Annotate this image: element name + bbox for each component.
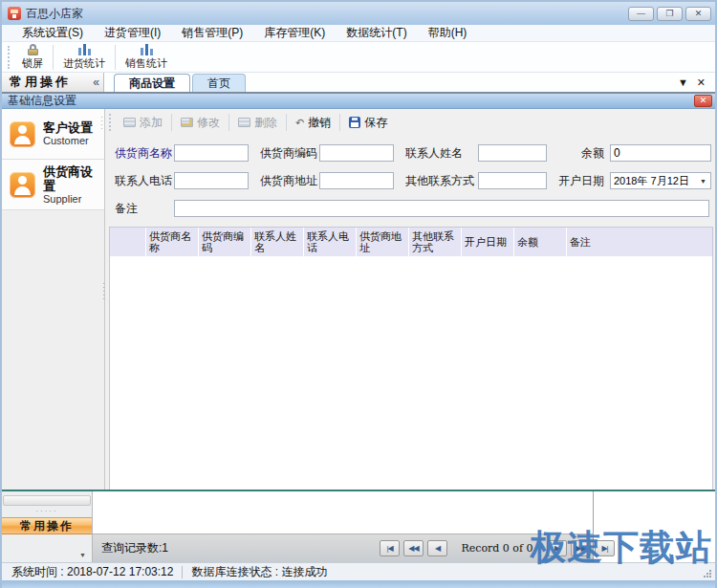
menu-inventory[interactable]: 库存管理(K): [253, 25, 336, 41]
menu-purchase[interactable]: 进货管理(I): [94, 25, 171, 41]
table-header-supplier-code[interactable]: 供货商编码: [199, 228, 251, 256]
menu-sales[interactable]: 销售管理(P): [171, 25, 253, 41]
supplier-address-label: 供货商地址: [260, 173, 319, 189]
nav-prev-page-button[interactable]: ◀◀: [403, 540, 424, 556]
menu-bar: 系统设置(S) 进货管理(I) 销售管理(P) 库存管理(K) 数据统计(T) …: [2, 25, 715, 42]
modify-button[interactable]: 修改: [175, 113, 226, 133]
common-operations-panel-button[interactable]: 常用操作: [2, 517, 92, 534]
panel-header: 基础信息设置 ✕: [2, 94, 715, 109]
sales-stats-button[interactable]: 销售统计: [119, 42, 174, 72]
nav-first-button[interactable]: |◀: [380, 540, 400, 556]
panel-title: 基础信息设置: [8, 94, 76, 108]
table-header-contact-phone[interactable]: 联系人电话: [304, 228, 357, 256]
table-header-other-contact[interactable]: 其他联系方式: [409, 228, 462, 256]
common-operations-header: 常用操作 «: [2, 73, 104, 92]
content-area: 添加 修改 删除 ↶ 撤销: [105, 109, 717, 490]
balance-input[interactable]: [610, 144, 711, 162]
tab-home[interactable]: 首页: [192, 74, 246, 92]
remark-input[interactable]: [174, 200, 709, 217]
open-date-picker[interactable]: 2018年 7月12日 ▼: [610, 172, 711, 189]
toolbar-grip[interactable]: [8, 46, 11, 69]
nav-last-button[interactable]: ▶|: [595, 540, 615, 556]
undo-button[interactable]: ↶ 撤销: [290, 113, 337, 133]
supplier-icon: [10, 172, 35, 198]
delete-button[interactable]: 删除: [232, 113, 283, 133]
contact-phone-input[interactable]: [174, 172, 249, 189]
system-time-status: 系统时间 : 2018-07-12 17:03:12: [11, 564, 173, 580]
tab-list-dropdown-icon[interactable]: ▼: [678, 76, 688, 88]
panel-splitter-bar[interactable]: [3, 495, 91, 506]
sidebar-item-supplier[interactable]: 供货商设置 Supplier: [2, 160, 104, 210]
supplier-code-label: 供货商编码: [260, 145, 319, 162]
main-toolbar: 锁屏 进货统计 销售统计: [2, 42, 715, 73]
other-contact-input[interactable]: [478, 172, 547, 189]
menu-statistics[interactable]: 数据统计(T): [336, 25, 417, 41]
table-header-open-date[interactable]: 开户日期: [462, 228, 514, 256]
table-header-indicator[interactable]: [110, 228, 146, 256]
supplier-name-input[interactable]: [174, 144, 249, 162]
supplier-address-input[interactable]: [319, 172, 394, 189]
table-header-supplier-name[interactable]: 供货商名称: [146, 228, 199, 256]
window-title: 百思小店家: [26, 6, 83, 22]
tab-close-icon[interactable]: ✕: [697, 76, 706, 89]
save-icon: [349, 117, 360, 128]
main-area: ···· 客户设置 Customer 供货商设置 Supplier ·····: [2, 109, 715, 490]
nav-prev-button[interactable]: ◀: [427, 540, 447, 556]
sidebar-item-customer[interactable]: 客户设置 Customer: [2, 109, 104, 160]
lock-screen-button[interactable]: 锁屏: [15, 43, 50, 72]
splitter-handle[interactable]: ·····: [102, 281, 105, 300]
edit-toolbar-grip[interactable]: [109, 114, 112, 131]
add-icon: [123, 118, 136, 127]
panel-close-button[interactable]: ✕: [694, 95, 712, 107]
panel-grip-dots[interactable]: ·····: [2, 508, 92, 515]
undo-icon: ↶: [295, 118, 304, 127]
table-header-supplier-address[interactable]: 供货商地址: [357, 228, 409, 256]
collapse-sidebar-button[interactable]: «: [93, 74, 99, 91]
status-bar: 系统时间 : 2018-07-12 17:03:12 数据库连接状态 : 连接成…: [2, 562, 715, 580]
tab-product-settings[interactable]: 商品设置: [114, 74, 190, 92]
resize-grip[interactable]: [703, 569, 711, 577]
supplier-code-input[interactable]: [319, 144, 394, 162]
table-header-remark[interactable]: 备注: [567, 228, 712, 256]
remark-label: 备注: [115, 201, 174, 217]
toolbar-separator: [115, 45, 116, 70]
lock-icon: [28, 44, 38, 55]
panel-dropdown-icon[interactable]: ▼: [79, 552, 92, 562]
menu-help[interactable]: 帮助(H): [418, 25, 478, 41]
sidebar: ···· 客户设置 Customer 供货商设置 Supplier ·····: [2, 109, 105, 490]
sidebar-empty-area: [2, 210, 104, 490]
supplier-name-label: 供货商名称: [115, 145, 174, 162]
record-navigation-bar: 查询记录数:1 |◀ ◀◀ ◀ Record 0 of 0 ▶ ▶▶ ▶|: [93, 534, 593, 562]
purchase-stats-button[interactable]: 进货统计: [56, 42, 112, 72]
bottom-left-panel: ····· 常用操作 ▼: [2, 491, 93, 562]
table-body-empty[interactable]: [110, 256, 712, 490]
minimize-button[interactable]: —: [628, 7, 654, 21]
bottom-center-panel: 查询记录数:1 |◀ ◀◀ ◀ Record 0 of 0 ▶ ▶▶ ▶|: [93, 491, 593, 562]
table-header-balance[interactable]: 余额: [514, 228, 567, 256]
supplier-table: 供货商名称 供货商编码 联系人姓名 联系人电话 供货商地址 其他联系方式 开户日…: [109, 227, 713, 490]
common-operations-title: 常用操作: [10, 74, 71, 91]
window-bottom-border: [2, 580, 715, 588]
record-status-label: Record 0 of 0: [451, 542, 543, 555]
open-date-label: 开户日期: [554, 173, 610, 189]
bar-chart-icon: [140, 43, 154, 55]
title-bar: 百思小店家 — ❐ ✕: [2, 2, 715, 25]
save-button[interactable]: 保存: [343, 113, 393, 133]
tab-strip: 常用操作 « 商品设置 首页 ▼ ✕: [2, 73, 715, 92]
contact-phone-label: 联系人电话: [115, 173, 174, 189]
nav-next-page-button[interactable]: ▶▶: [571, 540, 591, 556]
contact-name-label: 联系人姓名: [405, 145, 478, 162]
sidebar-grip: ····: [100, 115, 103, 130]
maximize-button[interactable]: ❐: [657, 7, 683, 21]
modify-icon: [181, 118, 193, 127]
query-count-label: 查询记录数:1: [101, 540, 168, 556]
add-button[interactable]: 添加: [118, 113, 168, 133]
other-contact-label: 其他联系方式: [405, 173, 478, 189]
menu-system[interactable]: 系统设置(S): [11, 25, 94, 41]
app-window: 百思小店家 — ❐ ✕ 系统设置(S) 进货管理(I) 销售管理(P) 库存管理…: [0, 0, 717, 588]
table-header-contact-name[interactable]: 联系人姓名: [251, 228, 304, 256]
close-button[interactable]: ✕: [685, 7, 711, 21]
nav-next-button[interactable]: ▶: [547, 540, 567, 556]
app-icon: [8, 7, 21, 20]
contact-name-input[interactable]: [478, 144, 547, 162]
